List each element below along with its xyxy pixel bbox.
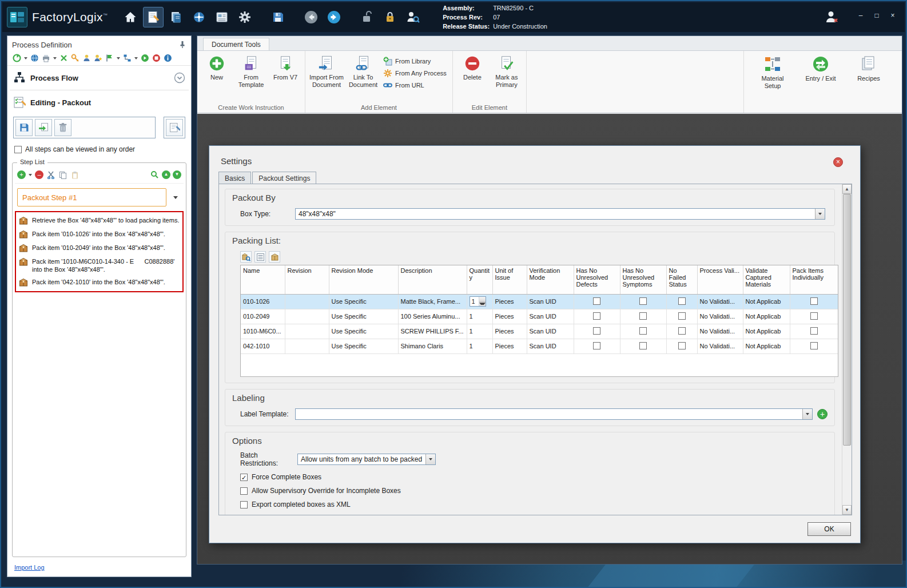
option-checkbox-row[interactable]: ✓Validate Entry Conditions of this opera…	[240, 514, 828, 515]
option-checkbox-row[interactable]: Allow Supervisory Override for Incomplet…	[240, 487, 828, 495]
mark-as-primary-button[interactable]: Mark as Primary	[490, 52, 524, 90]
back-icon[interactable]	[301, 7, 321, 27]
column-header[interactable]: Revision Mode	[329, 265, 398, 294]
move-step-up-icon[interactable]: ▲	[162, 170, 170, 179]
table-cell[interactable]: Pieces	[492, 294, 527, 309]
column-header[interactable]: Revision	[285, 265, 329, 294]
table-cell[interactable]: 010-1026	[241, 294, 285, 309]
table-cell[interactable]: Use Specific	[329, 294, 398, 309]
checkbox[interactable]	[240, 501, 248, 508]
unlock-icon[interactable]	[357, 7, 377, 27]
checkbox[interactable]	[810, 312, 818, 320]
packing-row[interactable]: 042-1010Use SpecificShimano Claris1Piece…	[241, 339, 838, 353]
table-cell[interactable]	[620, 324, 666, 339]
checkbox[interactable]	[678, 327, 686, 335]
table-cell[interactable]	[790, 309, 838, 324]
close-button[interactable]: ×	[885, 10, 900, 21]
user-star-icon[interactable]	[93, 53, 103, 63]
tab-basics[interactable]: Basics	[218, 172, 251, 184]
from-any-process-button[interactable]: From Any Process	[383, 69, 447, 78]
table-cell[interactable]: 1	[467, 339, 492, 353]
link-to-document-button[interactable]: Link To Document	[345, 52, 381, 90]
checkbox[interactable]	[810, 342, 818, 349]
column-header[interactable]: Quantity	[467, 265, 492, 294]
checkbox[interactable]	[639, 312, 647, 320]
table-cell[interactable]: 1	[467, 294, 492, 309]
checkbox[interactable]	[240, 487, 248, 495]
checkbox[interactable]	[639, 297, 647, 305]
import-from-document-button[interactable]: Import From Document	[308, 52, 345, 90]
packing-row[interactable]: 1010-M6C0...Use SpecificSCREW PHILLIPS F…	[241, 324, 838, 339]
flag-icon[interactable]	[105, 53, 114, 63]
checkbox[interactable]: ✓	[240, 515, 248, 515]
scroll-down-icon[interactable]: ▼	[842, 505, 852, 515]
checkbox[interactable]	[593, 342, 600, 349]
label-template-dropdown-icon[interactable]	[802, 409, 812, 419]
pin-icon[interactable]	[178, 41, 186, 49]
from-url-button[interactable]: From URL	[383, 81, 447, 90]
globe-icon[interactable]	[30, 53, 39, 63]
expand-down-icon[interactable]	[174, 72, 185, 84]
batch-restrictions-dropdown-icon[interactable]	[425, 454, 435, 464]
scroll-up-icon[interactable]: ▲	[842, 184, 852, 194]
column-header[interactable]: Has No Unresolved Symptoms	[620, 265, 666, 294]
ok-button[interactable]: OK	[807, 522, 851, 536]
table-cell[interactable]	[574, 309, 620, 324]
step-list-item[interactable]: Pack item '010-1026' into the Box '48"x4…	[17, 228, 181, 241]
checkbox[interactable]	[593, 327, 600, 335]
quantity-spinner[interactable]: 1	[470, 296, 486, 307]
selected-step-field[interactable]: Packout Step #1	[17, 188, 166, 206]
table-cell[interactable]: 042-1010	[241, 339, 285, 353]
packing-row[interactable]: 010-1026Use SpecificMatte Black, Frame..…	[241, 294, 838, 309]
recipes-button[interactable]: Recipes	[850, 52, 887, 113]
table-cell[interactable]: No Validati...	[697, 294, 743, 309]
checkbox[interactable]	[678, 312, 686, 320]
find-step-icon[interactable]	[150, 170, 160, 180]
person-search-icon[interactable]	[403, 7, 423, 27]
column-header[interactable]: Process Vali...	[697, 265, 743, 294]
home-icon[interactable]	[120, 7, 141, 27]
table-cell[interactable]: Not Applicab	[743, 309, 790, 324]
table-cell[interactable]: Pieces	[492, 339, 527, 353]
table-cell[interactable]: No Validati...	[697, 324, 743, 339]
stop-icon[interactable]	[152, 53, 161, 63]
column-header[interactable]: Name	[241, 265, 285, 294]
flag-dropdown-icon[interactable]	[117, 57, 120, 59]
sync-dropdown-icon[interactable]	[24, 57, 27, 59]
table-cell[interactable]	[285, 294, 329, 309]
delete-element-button[interactable]: Delete	[455, 52, 490, 82]
lock-icon[interactable]	[380, 7, 400, 27]
step-list-item[interactable]: Pack item '010-2049' into the Box '48"x4…	[17, 241, 181, 255]
table-cell[interactable]	[574, 294, 620, 309]
table-cell[interactable]	[285, 324, 329, 339]
view-order-checkbox[interactable]	[14, 146, 22, 153]
table-cell[interactable]: Use Specific	[329, 324, 398, 339]
table-cell[interactable]	[666, 324, 697, 339]
table-cell[interactable]: 010-2049	[241, 309, 285, 324]
label-template-select[interactable]	[295, 408, 813, 420]
table-cell[interactable]: 1010-M6C0...	[241, 324, 285, 339]
entry-exit-button[interactable]: Entry / Exit	[802, 52, 839, 113]
table-cell[interactable]: SCREW PHILLIPS F...	[398, 324, 467, 339]
table-cell[interactable]	[666, 309, 697, 324]
move-step-down-icon[interactable]: ▼	[173, 170, 181, 179]
table-cell[interactable]: Not Applicab	[743, 294, 790, 309]
checkbox[interactable]	[678, 297, 686, 305]
dialog-close-icon[interactable]: ×	[833, 157, 843, 167]
remove-step-icon[interactable]: –	[35, 170, 43, 179]
table-cell[interactable]	[620, 294, 666, 309]
package-icon[interactable]	[269, 251, 280, 263]
step-chevron-icon[interactable]	[170, 192, 181, 203]
maximize-button[interactable]: □	[869, 10, 884, 21]
table-cell[interactable]: Pieces	[492, 309, 527, 324]
table-cell[interactable]	[790, 339, 838, 353]
settings-gear-icon[interactable]	[234, 7, 255, 27]
table-cell[interactable]: Scan UID	[527, 339, 574, 353]
box-type-select[interactable]: 48"x48"x48"	[295, 208, 825, 220]
table-cell[interactable]	[285, 339, 329, 353]
column-header[interactable]: Description	[398, 265, 467, 294]
table-cell[interactable]	[666, 294, 697, 309]
column-header[interactable]: No Failed Status	[666, 265, 697, 294]
add-step-icon[interactable]: +	[17, 170, 26, 179]
table-cell[interactable]: Not Applicab	[743, 339, 790, 353]
